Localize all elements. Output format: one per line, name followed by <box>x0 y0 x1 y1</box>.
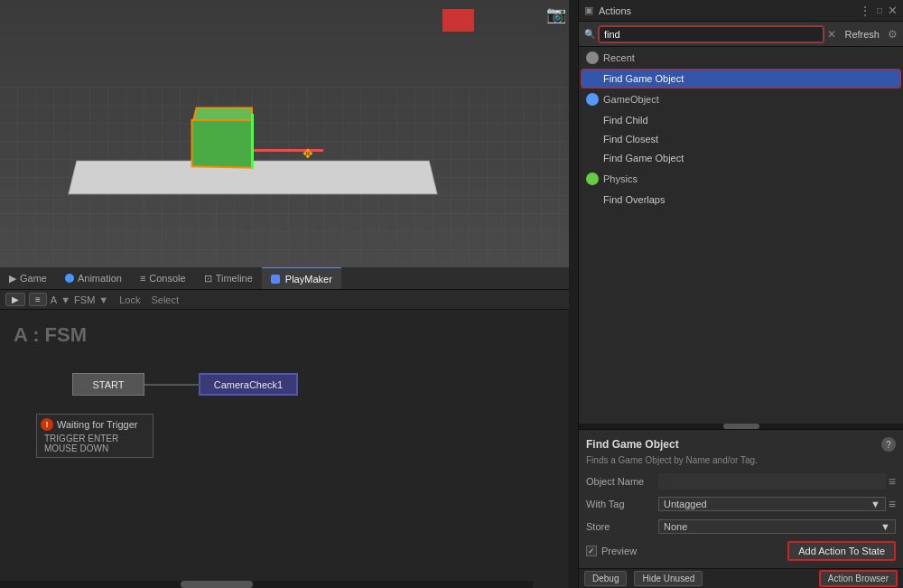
fsm-canvas: A : FSM START CameraCheck1 ! Waiting for… <box>0 310 569 588</box>
tab-playmaker[interactable]: PlayMaker <box>262 267 341 289</box>
fsm-label: FSM <box>74 294 95 305</box>
preview-row: ✓ Preview Add Action To State <box>586 541 896 561</box>
settings-button[interactable]: ⚙ <box>888 28 898 41</box>
tab-bar: ▶ Game Animation ≡ Console ⊡ Timeline Pl… <box>0 267 569 290</box>
store-chevron: ▼ <box>880 521 890 532</box>
preview-checkbox[interactable]: ✓ <box>586 546 597 556</box>
move-icon: ✥ <box>303 146 317 161</box>
console-icon: ≡ <box>140 273 145 284</box>
timeline-icon: ⊡ <box>204 273 212 285</box>
with-tag-chevron: ▼ <box>870 499 880 509</box>
with-tag-menu-icon[interactable]: ≡ <box>889 497 896 511</box>
actions-title: Actions <box>599 5 853 16</box>
actions-icon: ▣ <box>584 5 593 16</box>
hide-unused-button[interactable]: Hide Unused <box>634 571 703 586</box>
scroll-thumb[interactable] <box>181 581 253 588</box>
action-item-find-game-object[interactable]: Find Game Object <box>582 149 900 167</box>
start-node[interactable]: START <box>72 373 144 396</box>
store-row: Store None ▼ <box>586 518 896 536</box>
trigger-event2: MOUSE DOWN <box>44 443 149 453</box>
actions-close-button[interactable]: ✕ <box>888 4 898 17</box>
trigger-event1: TRIGGER ENTER <box>44 434 149 443</box>
actions-panel: ▣ Actions ⋮ □ ✕ 🔍 ✕ Refresh ⚙ Recent Fin… <box>578 0 903 588</box>
actions-header: ▣ Actions ⋮ □ ✕ <box>579 0 903 22</box>
object-name-input[interactable] <box>658 473 886 490</box>
recent-section-header: Recent <box>579 47 903 69</box>
detail-title-row: Find Game Object ? <box>586 437 896 452</box>
gameobject-label: GameObject <box>603 94 659 105</box>
with-tag-label: With Tag <box>586 499 658 509</box>
camera-node[interactable]: CameraCheck1 <box>199 373 298 396</box>
trigger-label: Waiting for Trigger <box>57 419 137 430</box>
actions-menu-button[interactable]: ⋮ <box>859 4 871 18</box>
fsm-title: A : FSM <box>14 323 87 347</box>
playmaker-icon <box>271 275 280 284</box>
detail-panel: Find Game Object ? Finds a Game Object b… <box>579 429 903 568</box>
object-name-menu-icon[interactable]: ≡ <box>889 474 896 489</box>
error-icon: ! <box>41 418 53 431</box>
store-label: Store <box>586 521 658 532</box>
search-clear-button[interactable]: ✕ <box>827 28 836 41</box>
physics-icon <box>586 173 599 185</box>
debug-button[interactable]: Debug <box>584 571 627 586</box>
action-browser-button[interactable]: Action Browser <box>819 570 898 587</box>
detail-title: Find Game Object <box>586 438 679 451</box>
3d-viewport: ✥ <box>0 0 569 267</box>
node-connector <box>144 384 200 386</box>
camera-icon: 📷 <box>546 5 573 23</box>
green-cube <box>191 117 254 169</box>
green-cube-top <box>192 107 253 121</box>
search-input[interactable] <box>599 26 824 42</box>
menu-button[interactable]: ≡ <box>29 293 47 306</box>
play-button[interactable]: ▶ <box>5 293 25 306</box>
recent-icon <box>586 51 599 64</box>
red-cube <box>442 9 474 32</box>
object-name-label: Object Name <box>586 476 658 487</box>
arrow-y <box>251 114 254 168</box>
horizontal-scrollbar[interactable] <box>0 581 533 588</box>
fsm-dropdown-arrow: ▼ <box>61 294 70 305</box>
detail-help-button[interactable]: ? <box>881 437 896 452</box>
action-item-find-game-object-recent[interactable]: Find Game Object <box>582 70 900 88</box>
lock-label: Lock <box>119 294 140 305</box>
add-action-button[interactable]: Add Action To State <box>787 541 896 561</box>
action-item-find-child[interactable]: Find Child <box>582 111 900 129</box>
list-scrollbar[interactable] <box>579 424 903 429</box>
game-icon: ▶ <box>9 273 16 285</box>
fsm-toolbar: ▶ ≡ A ▼ FSM ▼ Lock Select <box>0 290 569 310</box>
tab-timeline[interactable]: ⊡ Timeline <box>195 267 262 289</box>
with-tag-row: With Tag Untagged ▼ ≡ <box>586 495 896 513</box>
tab-game[interactable]: ▶ Game <box>0 267 56 289</box>
action-item-find-closest[interactable]: Find Closest <box>582 130 900 148</box>
physics-section-header: Physics <box>579 168 903 190</box>
actions-box-icon1: □ <box>877 5 882 15</box>
gameobject-section-header: GameObject <box>579 89 903 110</box>
status-bar: Debug Hide Unused Action Browser <box>579 568 903 588</box>
fsm-label-a: A <box>51 294 57 305</box>
store-dropdown[interactable]: None ▼ <box>658 519 896 534</box>
recent-label: Recent <box>603 52 635 63</box>
detail-description: Finds a Game Object by Name and/or Tag. <box>586 455 896 465</box>
search-bar: 🔍 ✕ Refresh ⚙ <box>579 22 903 47</box>
search-icon: 🔍 <box>584 29 595 39</box>
with-tag-dropdown[interactable]: Untagged ▼ <box>658 497 886 511</box>
tab-animation[interactable]: Animation <box>56 267 131 289</box>
action-item-find-overlaps[interactable]: Find Overlaps <box>582 191 900 209</box>
physics-label: Physics <box>603 173 638 184</box>
object-name-row: Object Name ≡ <box>586 472 896 490</box>
trigger-node[interactable]: ! Waiting for Trigger TRIGGER ENTER MOUS… <box>36 414 154 458</box>
actions-list: Recent Find Game Object GameObject Find … <box>579 47 903 424</box>
gameobject-icon <box>586 93 599 106</box>
fsm-fsm-dropdown: ▼ <box>98 294 108 305</box>
select-label: Select <box>151 294 179 305</box>
list-scroll-thumb[interactable] <box>723 424 759 429</box>
animation-icon <box>65 274 74 283</box>
tab-console[interactable]: ≡ Console <box>131 267 195 289</box>
preview-label: Preview <box>601 546 787 556</box>
refresh-button[interactable]: Refresh <box>840 27 884 42</box>
